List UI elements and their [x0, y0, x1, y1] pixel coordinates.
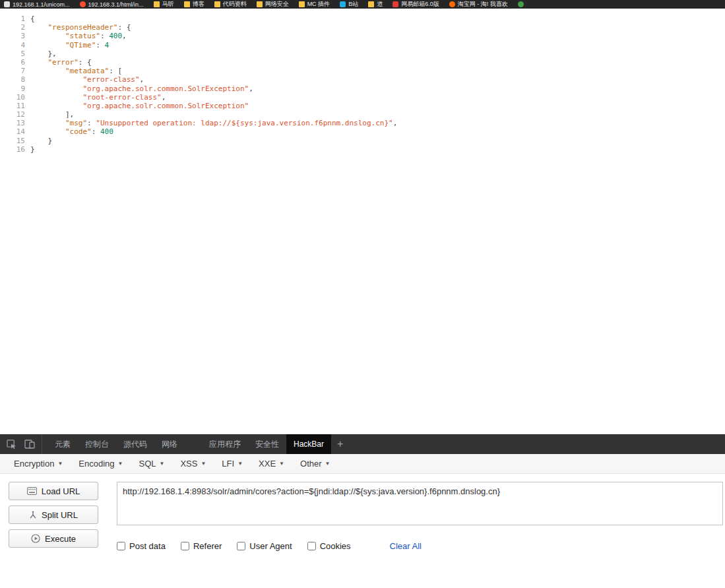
chevron-down-icon: ▼ — [325, 461, 331, 467]
devtools-tab-label: + — [337, 438, 343, 450]
chevron-down-icon: ▼ — [57, 461, 63, 467]
devtools-toolbar-icons — [0, 434, 42, 454]
checkbox-cookies[interactable]: Cookies — [307, 541, 351, 551]
json-line-code: } — [30, 145, 35, 154]
bookmark-label: 网络安全 — [265, 0, 289, 9]
line-number: 6 — [8, 58, 25, 67]
menu-xxe[interactable]: XXE ▼ — [251, 456, 292, 471]
line-number: 2 — [8, 23, 25, 32]
checkbox-input[interactable] — [237, 542, 245, 550]
json-token — [30, 67, 65, 75]
json-line-code: "error": { — [30, 58, 92, 67]
line-number: 14 — [8, 127, 25, 136]
devtools-tab-add[interactable]: + — [331, 434, 349, 454]
json-token: ], — [65, 110, 74, 119]
devtools-tab-application[interactable]: 应用程序 — [202, 434, 248, 454]
bookmark-item[interactable]: 192.168.1.1/unicom... — [4, 1, 70, 8]
json-token: "metadata" — [65, 67, 109, 75]
folder-icon — [154, 1, 160, 7]
checkbox-user-agent[interactable]: User Agent — [237, 541, 292, 551]
json-line-code: "responseHeader": { — [30, 23, 131, 32]
json-token: "Unsupported operation: ldap://${sys:jav… — [96, 119, 393, 127]
json-token: "responseHeader" — [48, 23, 118, 32]
bookmark-item[interactable] — [518, 1, 524, 7]
json-token: } — [30, 145, 35, 154]
json-token — [30, 49, 48, 58]
bookmark-label: 192.168.1.1/unicom... — [13, 1, 70, 8]
url-input[interactable] — [117, 482, 723, 525]
json-line-code: "status": 400, — [30, 32, 127, 40]
clear-all-link[interactable]: Clear All — [390, 541, 422, 551]
menu-encoding[interactable]: Encoding ▼ — [71, 456, 130, 471]
json-viewer: 1 { 2 "responseHeader": { 3 "status": 40… — [0, 9, 725, 434]
hackbar-options-row: Post data Referer User Agent Cookies Cle… — [117, 541, 723, 551]
bookmark-item[interactable]: 道 — [368, 0, 383, 9]
devtools-tab-console[interactable]: 控制台 — [78, 434, 116, 454]
json-line-code: "error-class", — [30, 75, 144, 84]
button-label: Execute — [45, 534, 76, 544]
json-line-code: "org.apache.solr.common.SolrException" — [30, 102, 249, 110]
menu-other[interactable]: Other ▼ — [293, 456, 337, 471]
load-url-button[interactable]: Load URL — [9, 482, 98, 500]
json-token: , — [162, 93, 166, 102]
bookmark-item[interactable]: 淘宝网 - 淘! 我喜欢 — [449, 0, 508, 9]
bookmark-item[interactable]: 代码资料 — [214, 0, 247, 9]
checkbox-referer[interactable]: Referer — [181, 541, 222, 551]
button-label: Split URL — [42, 510, 78, 520]
menu-encryption[interactable]: Encryption ▼ — [7, 456, 70, 471]
devtools-tab-security[interactable]: 安全性 — [248, 434, 286, 454]
devtools-tab-label: HackBar — [294, 440, 324, 449]
inspect-element-icon[interactable] — [7, 440, 16, 449]
checkbox-input[interactable] — [307, 542, 316, 550]
line-number: 11 — [8, 102, 25, 110]
json-token: : — [87, 119, 96, 127]
json-line-code: { — [30, 15, 35, 23]
bookmark-item[interactable]: 网络安全 — [257, 0, 289, 9]
devtools-tab-sources[interactable]: 源代码 — [116, 434, 154, 454]
devtools-tab-hackbar[interactable]: HackBar — [286, 434, 331, 454]
json-line: 10 "root-error-class", — [8, 93, 725, 102]
json-line-code: ], — [30, 110, 74, 119]
devtools-tab-elements[interactable]: 元素 — [47, 434, 78, 454]
bookmark-item[interactable]: 192.168.3.1/html/in... — [80, 1, 144, 8]
json-token: "root-error-class" — [82, 93, 161, 102]
bookmark-item[interactable]: B站 — [340, 0, 358, 9]
bookmark-item[interactable]: 马听 — [154, 0, 174, 9]
bookmark-label: 代码资料 — [223, 0, 247, 9]
menu-xss[interactable]: XSS ▼ — [173, 456, 213, 471]
folder-icon — [214, 1, 220, 7]
device-toolbar-icon[interactable] — [24, 440, 35, 449]
devtools-tab-network[interactable]: 网络 — [154, 434, 185, 454]
json-line: 3 "status": 400, — [8, 32, 725, 40]
json-line: 5 }, — [8, 49, 725, 58]
split-icon — [29, 511, 37, 519]
bookmark-item[interactable]: 网易邮箱6.0版 — [393, 0, 439, 9]
json-token: } — [48, 137, 53, 145]
split-url-button[interactable]: Split URL — [9, 506, 98, 524]
menu-sql[interactable]: SQL ▼ — [131, 456, 172, 471]
menu-lfi[interactable]: LFI ▼ — [214, 456, 250, 471]
play-icon — [31, 534, 40, 543]
execute-button[interactable]: Execute — [9, 529, 98, 548]
line-number: 12 — [8, 110, 25, 119]
json-token: : — [96, 41, 104, 49]
line-number: 13 — [8, 119, 25, 127]
bookmark-item[interactable]: 博客 — [184, 0, 205, 9]
checkbox-post-data[interactable]: Post data — [117, 541, 166, 551]
bookmark-label: 道 — [377, 0, 383, 9]
json-token: : [ — [109, 67, 122, 75]
json-token — [30, 119, 65, 127]
json-line-code: "org.apache.solr.common.SolrException", — [30, 84, 253, 93]
bookmark-label: 网易邮箱6.0版 — [401, 0, 439, 9]
checkbox-input[interactable] — [181, 542, 189, 550]
menu-label: LFI — [222, 459, 234, 469]
checkbox-input[interactable] — [117, 542, 125, 550]
devtools-tab-label: 应用程序 — [209, 439, 241, 450]
devtools-tab-label: 网络 — [162, 439, 177, 450]
json-line-code: "root-error-class", — [30, 93, 166, 102]
json-line: 9 "org.apache.solr.common.SolrException"… — [8, 84, 725, 93]
folder-icon — [184, 1, 190, 7]
json-token: : { — [117, 23, 131, 32]
hackbar-buttons: Load URL Split URL Execute — [9, 482, 98, 551]
bookmark-item[interactable]: MC 插件 — [299, 0, 331, 9]
